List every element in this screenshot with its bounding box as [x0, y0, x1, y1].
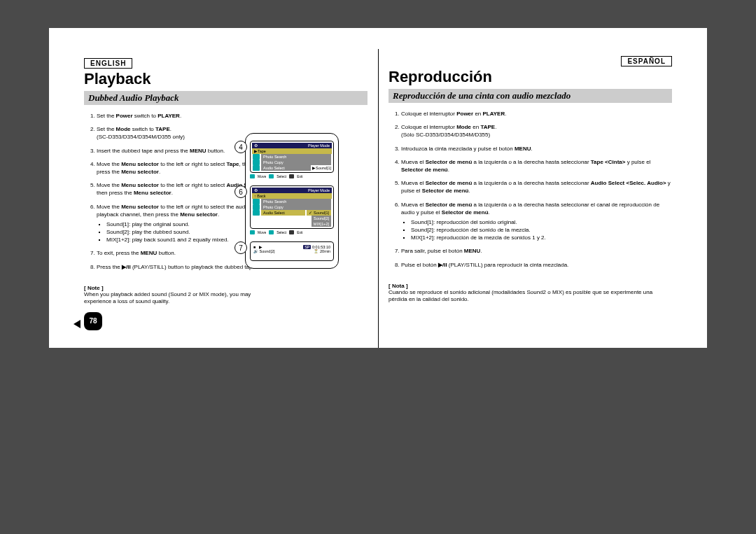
- playback-osd-screen: ■ ▶ 🔊 Sound[2] SP 0:01:53:10 ⏳ 20min: [250, 241, 334, 261]
- speaker-icon: [253, 210, 260, 216]
- sound-indicator: 🔊 Sound[2]: [253, 249, 275, 253]
- page-number: 78: [84, 312, 102, 330]
- step-7: Para salir, pulse el botón MENU.: [401, 247, 672, 255]
- step-1: Set the Power switch to PLAYER.: [97, 112, 268, 120]
- step-6: Mueva el Selector de menú a la izquierda…: [401, 201, 672, 242]
- figure-number-6: 6: [234, 185, 247, 198]
- screen-title: Player Mode: [308, 143, 330, 148]
- step-8: Pulse el botón ▶/II (PLAY/STILL) para re…: [401, 261, 672, 269]
- camera-menu-screen: ⚙Player Mode ↑ Back Photo Search Photo C…: [250, 185, 334, 229]
- value-sound1: ▶Sound[1]: [312, 166, 331, 170]
- option-sound2: Sound[2]: [312, 216, 331, 221]
- menu-item-photo-search: Photo Search: [261, 154, 331, 160]
- menu-item-audio-select-selected: Audio Select: [261, 210, 305, 216]
- menu-item-tape: ▶Tape: [252, 148, 332, 154]
- note-label: [ Nota ]: [388, 283, 672, 289]
- menu-item-photo-copy: Photo Copy: [261, 160, 331, 165]
- move-icon: [250, 230, 255, 234]
- screen-title: Player Mode: [308, 188, 330, 192]
- sub-item: Sound[2]: reproducción del sonido de la …: [411, 226, 672, 234]
- note-text: Cuando se reproduce el sonido adicional …: [388, 289, 672, 304]
- figure-6: 6 ⚙Player Mode ↑ Back Photo Search Photo…: [250, 185, 334, 234]
- note-text: When you playback added sound (Sound 2 o…: [84, 291, 268, 306]
- step-6: Move the Menu selector to the left or ri…: [97, 203, 268, 244]
- camera-menu-screen: ⚙Player Mode ▶Tape Photo Search Photo Co…: [250, 141, 334, 173]
- step-3: Introduzca la cinta mezclada y pulse el …: [401, 145, 672, 153]
- right-steps-list: Coloque el interruptor Power en PLAYER. …: [388, 110, 672, 269]
- left-subtitle: Dubbed Audio Playback: [84, 91, 368, 105]
- step-4: Mueva el Selector de menú a la izquierda…: [401, 158, 672, 174]
- select-icon: [269, 174, 274, 178]
- right-subtitle: Reproducción de una cinta con audio mezc…: [388, 89, 672, 103]
- menu-item-back: ↑ Back: [252, 193, 332, 199]
- menu-item-photo-copy: Photo Copy: [261, 204, 331, 210]
- figures-panel: 4 ⚙Player Mode ▶Tape Photo Search Photo …: [245, 133, 339, 269]
- figure-7: 7 ■ ▶ 🔊 Sound[2] SP 0:01:53:10 ⏳ 20min: [250, 241, 334, 261]
- sub-item: MIX[1+2]: reproducción de la mezcla de s…: [411, 234, 672, 241]
- note-label: [ Note ]: [84, 285, 268, 291]
- step-1: Coloque el interruptor Power en PLAYER.: [401, 110, 672, 118]
- option-sound1: ✓ Sound[1]: [307, 210, 331, 216]
- camera-icon: [253, 204, 260, 210]
- step-2: Set the Mode switch to TAPE.(SC-D353/D35…: [97, 125, 268, 141]
- camera-icon: [253, 199, 260, 204]
- screen-caption: Move Select Exit: [250, 230, 334, 234]
- gear-icon: ⚙: [254, 188, 258, 192]
- select-icon: [269, 230, 274, 234]
- figure-number-4: 4: [234, 141, 247, 153]
- right-column: ESPAÑOL Reproducción Reproducción de una…: [388, 56, 672, 306]
- menu-item-audio-select: Audio Select: [261, 165, 311, 171]
- step-8: Press the ▶/II (PLAY/STILL) button to pl…: [97, 263, 268, 271]
- column-divider: [378, 49, 379, 348]
- gear-icon: ⚙: [254, 143, 258, 148]
- menu-icon: [289, 174, 294, 178]
- figure-number-7: 7: [234, 241, 247, 254]
- step-2: Coloque el interruptor Mode en TAPE.(Sól…: [401, 123, 672, 139]
- screen-caption: Move Select Exit: [250, 174, 334, 178]
- battery-remaining: ⏳ 20min: [303, 249, 330, 253]
- step-5: Mueva el Selector de menú a la izquierda…: [401, 179, 672, 195]
- document-page: ENGLISH Playback Dubbed Audio Playback S…: [49, 28, 707, 348]
- camera-icon: [253, 160, 260, 165]
- speaker-icon: [253, 165, 260, 171]
- menu-item-photo-search: Photo Search: [261, 199, 331, 204]
- sub-item: Sound[1]: play the original sound.: [106, 220, 268, 228]
- left-title: Playback: [84, 70, 368, 88]
- step-4: Move the Menu selector to the left or ri…: [97, 160, 268, 176]
- right-title: Reproducción: [388, 68, 672, 86]
- figure-4: 4 ⚙Player Mode ▶Tape Photo Search Photo …: [250, 141, 334, 178]
- page-arrow-icon: [74, 320, 80, 328]
- sub-item: Sound[1]: reproducción del sonido origin…: [411, 218, 672, 226]
- sub-item: Sound[2]: play the dubbed sound.: [106, 228, 268, 236]
- step-6-sublist: Sound[1]: play the original sound. Sound…: [97, 220, 268, 244]
- menu-icon: [289, 230, 294, 234]
- two-column-layout: ENGLISH Playback Dubbed Audio Playback S…: [84, 56, 672, 306]
- language-tag-english: ENGLISH: [84, 58, 132, 69]
- camera-icon: [253, 154, 260, 160]
- step-6-sublist: Sound[1]: reproducción del sonido origin…: [401, 218, 672, 242]
- sp-badge: SP: [303, 245, 311, 249]
- language-tag-spanish: ESPAÑOL: [621, 56, 672, 66]
- option-mix: MIX[1+2]: [312, 221, 331, 227]
- move-icon: [250, 174, 255, 178]
